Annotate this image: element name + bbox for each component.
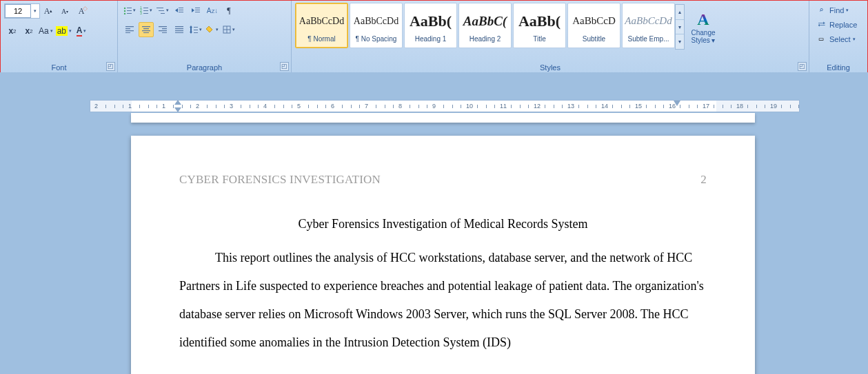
decrease-indent-button[interactable]: [172, 3, 187, 18]
style-tile[interactable]: AaBbCcDd¶ Normal: [295, 3, 348, 48]
svg-rect-39: [194, 32, 198, 33]
align-left-button[interactable]: [122, 22, 137, 37]
bullets-button[interactable]: [122, 3, 137, 18]
superscript-button[interactable]: x2: [21, 23, 37, 39]
sort-button[interactable]: AZ↓: [205, 3, 220, 18]
group-paragraph: 123 AZ↓ ¶ Paragraph ◰: [118, 1, 292, 72]
style-tile[interactable]: AaBbCcDdSubtle Emp...: [622, 3, 675, 48]
svg-rect-19: [195, 10, 200, 10]
group-styles: AaBbCcDd¶ NormalAaBbCcDd¶ No SpacingAaBb…: [292, 1, 809, 72]
style-tile-name: Subtitle: [583, 35, 605, 43]
change-case-button[interactable]: Aa: [38, 23, 54, 39]
change-styles-button[interactable]: A Change Styles ▾: [685, 4, 722, 50]
clear-formatting-button[interactable]: A◇: [74, 3, 89, 19]
svg-rect-35: [175, 30, 183, 31]
increase-indent-button[interactable]: [188, 3, 203, 18]
first-line-indent-marker[interactable]: [174, 100, 181, 105]
font-size-input[interactable]: [5, 4, 31, 18]
ruler-tick: 3: [230, 103, 233, 110]
dialog-launcher-styles[interactable]: ◰: [798, 62, 807, 71]
ruler-tick: 9: [432, 103, 436, 110]
cursor-icon: ▭: [816, 34, 827, 43]
style-tile[interactable]: AaBbCcDSubtitle: [567, 3, 620, 48]
svg-rect-20: [195, 12, 200, 12]
svg-rect-28: [143, 32, 149, 33]
ruler-tick: 1: [128, 103, 132, 110]
font-color-button[interactable]: A: [74, 23, 89, 39]
bar-down-icon[interactable]: ▾: [676, 34, 684, 49]
style-tile[interactable]: AaBbC(Heading 2: [458, 3, 512, 48]
ruler-tick: 2: [94, 103, 98, 110]
grow-font-button[interactable]: A▴: [41, 3, 56, 19]
shading-button[interactable]: [205, 22, 220, 37]
binoculars-icon: ⌕: [816, 6, 827, 14]
styles-gallery: AaBbCcDd¶ NormalAaBbCcDd¶ No SpacingAaBb…: [295, 3, 675, 51]
gallery-scroll[interactable]: ▴ ▾ ▾: [675, 4, 685, 50]
justify-button[interactable]: [172, 22, 187, 37]
style-tile-name: ¶ Normal: [307, 35, 335, 43]
numbering-button[interactable]: 123: [139, 3, 154, 18]
svg-point-2: [124, 10, 125, 12]
select-button[interactable]: ▭Select▾: [813, 32, 864, 46]
style-tile[interactable]: AaBb(Heading 1: [404, 3, 457, 48]
right-margin-marker[interactable]: [674, 101, 680, 106]
ruler-tick: 2: [196, 103, 199, 110]
subscript-button[interactable]: x2: [5, 23, 20, 39]
svg-rect-26: [143, 28, 149, 29]
replace-button[interactable]: ⮂Replace: [813, 17, 864, 32]
shrink-font-button[interactable]: A▾: [57, 3, 72, 19]
horizontal-ruler[interactable]: 2112345678910111213141516171819: [90, 100, 800, 112]
svg-rect-30: [162, 28, 167, 29]
svg-rect-21: [125, 26, 134, 27]
chevron-down-icon[interactable]: ▾: [676, 20, 684, 35]
dialog-launcher-font[interactable]: ◰: [106, 62, 115, 71]
ruler-tick: 13: [567, 103, 574, 110]
ruler-tick: 18: [736, 103, 743, 110]
svg-rect-15: [179, 8, 183, 8]
change-styles-icon: A: [697, 10, 709, 29]
svg-rect-13: [159, 10, 164, 11]
ruler-tick: 17: [703, 103, 709, 110]
style-tile[interactable]: AaBb(Title: [513, 3, 566, 48]
svg-rect-23: [125, 30, 134, 31]
ruler-tick: 4: [263, 103, 267, 110]
running-head: CYBER FORENSICS INVESTIGATION 2: [179, 173, 707, 187]
replace-icon: ⮂: [816, 20, 827, 29]
borders-button[interactable]: [221, 22, 236, 37]
group-label: Font: [1, 63, 117, 72]
group-font: ▾ A▴ A▾ A◇ x2 x2 Aa ab A Font ◰: [1, 1, 118, 72]
svg-rect-32: [162, 32, 167, 33]
show-marks-button[interactable]: ¶: [221, 3, 236, 18]
dialog-launcher-paragraph[interactable]: ◰: [280, 62, 289, 71]
svg-rect-9: [143, 10, 148, 11]
ruler-tick: 1: [162, 103, 165, 110]
svg-rect-22: [125, 28, 130, 29]
document-body: This report outlines the analysis of HCC…: [179, 244, 707, 357]
line-spacing-button[interactable]: [188, 22, 203, 37]
style-tile[interactable]: AaBbCcDd¶ No Spacing: [350, 3, 403, 48]
document-page[interactable]: CYBER FORENSICS INVESTIGATION 2 Cyber Fo…: [131, 136, 755, 374]
chevron-down-icon[interactable]: ▾: [31, 8, 39, 14]
ruler-tick: 15: [635, 103, 642, 110]
svg-rect-36: [175, 32, 183, 33]
ruler-tick: 8: [398, 103, 402, 110]
svg-rect-18: [195, 8, 200, 8]
svg-rect-7: [143, 8, 148, 8]
find-button[interactable]: ⌕Find▾: [813, 3, 864, 17]
svg-rect-11: [143, 13, 148, 14]
multilevel-list-button[interactable]: [155, 3, 170, 18]
svg-rect-29: [159, 26, 167, 27]
highlight-button[interactable]: ab: [55, 23, 72, 39]
hanging-indent-marker[interactable]: [174, 107, 181, 112]
ruler-tick: 7: [365, 103, 368, 110]
font-size-control[interactable]: ▾: [4, 3, 40, 19]
header-left: CYBER FORENSICS INVESTIGATION: [179, 173, 381, 187]
align-right-button[interactable]: [155, 22, 170, 37]
align-center-button[interactable]: [139, 22, 154, 37]
ruler-tick: 5: [297, 103, 301, 110]
change-styles-label: Change Styles: [691, 29, 715, 44]
svg-rect-17: [179, 12, 183, 12]
svg-rect-16: [179, 10, 183, 10]
chevron-up-icon[interactable]: ▴: [676, 5, 684, 20]
style-tile-name: Heading 1: [415, 35, 447, 43]
